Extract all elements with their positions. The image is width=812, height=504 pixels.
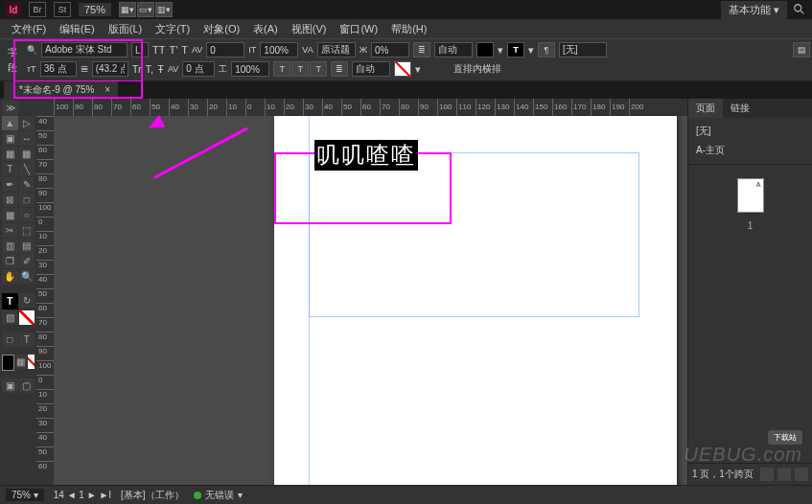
pages-master-item[interactable]: A-主页 xyxy=(692,141,808,160)
normal-view-icon[interactable]: ▣ xyxy=(2,378,18,393)
subscript-icon[interactable]: T, xyxy=(146,63,154,75)
new-page-icon[interactable] xyxy=(777,468,791,481)
preview-view-icon[interactable]: ▢ xyxy=(19,378,35,393)
apply-none-icon[interactable] xyxy=(28,355,35,369)
ellipse-tool[interactable]: ○ xyxy=(19,208,35,222)
gap-tool[interactable]: ↔ xyxy=(19,131,35,146)
menu-help[interactable]: 帮助(H) xyxy=(385,20,432,38)
text-frame-content[interactable]: 叽叽喳喳 xyxy=(314,140,418,171)
hscale-input[interactable] xyxy=(231,61,269,77)
vertical-ruler[interactable]: 4050607080901000102030405060708090100010… xyxy=(36,116,54,485)
opacity-input[interactable] xyxy=(371,42,409,57)
kerning-input[interactable] xyxy=(206,42,244,57)
swap-fill-stroke-icon[interactable]: ↻ xyxy=(19,293,35,308)
default-fill-stroke-icon[interactable]: ▨ xyxy=(2,310,18,325)
collapse-icon[interactable]: ≫ xyxy=(2,101,18,115)
menu-edit[interactable]: 编辑(E) xyxy=(54,20,101,38)
bold-icon[interactable]: T xyxy=(507,42,524,57)
tate-chu-yoko-label[interactable]: 直排内横排 xyxy=(453,62,501,76)
pen-tool[interactable]: ✒ xyxy=(2,177,18,192)
page-tool[interactable]: ▣ xyxy=(2,131,18,146)
align-icon-2[interactable]: ≣ xyxy=(331,61,348,77)
screen-mode-icon[interactable]: ▭▾ xyxy=(137,2,154,17)
menu-type[interactable]: 文字(T) xyxy=(150,20,196,38)
scissors-tool[interactable]: ✂ xyxy=(2,223,18,238)
apply-text-icon[interactable]: T xyxy=(19,332,35,347)
font-size-input[interactable] xyxy=(40,61,77,77)
workspace-switcher[interactable]: 基本功能 ▾ xyxy=(721,1,787,19)
tracking-input[interactable] xyxy=(182,61,215,77)
canvas[interactable]: 叽叽喳喳 xyxy=(54,116,687,485)
arrange-icon[interactable]: ▥▾ xyxy=(155,2,173,17)
panel-menu-icon[interactable]: ▤ xyxy=(793,42,810,57)
t-btn-2[interactable]: T xyxy=(291,61,309,77)
vscale-input[interactable] xyxy=(260,42,298,57)
para-style-input[interactable] xyxy=(559,42,607,57)
zoom-select[interactable]: 75% xyxy=(79,3,111,16)
align-icon[interactable]: ≣ xyxy=(413,42,430,57)
menu-view[interactable]: 视图(V) xyxy=(286,20,333,38)
table-cells-tool[interactable]: ▦ xyxy=(2,208,18,222)
preflight-profile[interactable]: [基本]（工作） xyxy=(121,489,184,502)
apply-color-icon[interactable]: □ xyxy=(2,332,18,347)
font-family-input[interactable] xyxy=(41,42,128,57)
pencil-tool[interactable]: ✎ xyxy=(19,177,35,192)
note-tool[interactable]: ❐ xyxy=(2,254,18,268)
apply-black-icon[interactable] xyxy=(2,355,14,371)
format-container-icon[interactable] xyxy=(19,310,35,325)
edit-page-size-icon[interactable] xyxy=(760,468,774,481)
stroke-swatch[interactable] xyxy=(394,61,411,77)
view-options-icon[interactable]: ▦▾ xyxy=(119,2,136,17)
gradient-feather-tool[interactable]: ▤ xyxy=(19,239,35,253)
menu-object[interactable]: 对象(O) xyxy=(197,20,245,38)
apply-gradient-icon[interactable]: ▦ xyxy=(15,355,27,369)
menu-table[interactable]: 表(A) xyxy=(247,20,284,38)
paragraph-style-icon[interactable]: ¶ xyxy=(538,42,555,57)
document-tab[interactable]: *未命名-9 @ 75% × xyxy=(4,81,118,99)
content-collector-tool[interactable]: ▦ xyxy=(2,147,18,161)
horizontal-ruler[interactable]: 1009080706050403020100102030405060708090… xyxy=(54,99,687,116)
small-caps-icon[interactable]: Tr xyxy=(132,63,142,75)
hand-tool[interactable]: ✋ xyxy=(2,269,18,284)
type-tool[interactable]: T xyxy=(2,162,18,176)
strikethrough-icon[interactable]: Ŧ xyxy=(157,63,164,75)
preflight-status-text[interactable]: 无错误 xyxy=(205,489,234,502)
underline-icon[interactable]: T xyxy=(181,44,188,56)
delete-page-icon[interactable] xyxy=(795,468,808,481)
direct-selection-tool[interactable]: ▷ xyxy=(19,116,35,130)
search-icon[interactable] xyxy=(793,3,806,16)
bridge-icon[interactable]: Br xyxy=(29,2,46,17)
tab-pages[interactable]: 页面 xyxy=(688,99,723,118)
menu-window[interactable]: 窗口(W) xyxy=(334,20,383,38)
fill-format-type-text[interactable]: T xyxy=(2,293,18,309)
character-mode-button[interactable]: 字 xyxy=(8,46,17,59)
fill-swatch[interactable] xyxy=(476,42,494,57)
t-btn-1[interactable]: T xyxy=(273,61,290,77)
superscript-icon[interactable]: T' xyxy=(169,44,177,56)
paragraph-mode-button[interactable]: 段 xyxy=(8,61,17,75)
baseline-input[interactable] xyxy=(317,42,356,57)
gradient-swatch-tool[interactable]: ▥ xyxy=(2,239,18,253)
all-caps-icon[interactable]: TT xyxy=(152,44,165,56)
content-placer-tool[interactable]: ▦ xyxy=(19,147,35,161)
pages-none-item[interactable]: [无] xyxy=(692,122,808,141)
free-transform-tool[interactable]: ⬚ xyxy=(19,223,35,238)
lang-input-2[interactable] xyxy=(352,61,390,77)
stock-icon[interactable]: St xyxy=(54,2,71,17)
lang-input-1[interactable] xyxy=(434,42,473,57)
page-navigator[interactable]: 14 ◄ 1 ► ►I xyxy=(54,490,111,500)
rectangle-frame-tool[interactable]: ⊠ xyxy=(2,193,18,207)
page-thumbnail[interactable] xyxy=(737,178,764,213)
menu-file[interactable]: 文件(F) xyxy=(6,20,52,38)
zoom-tool[interactable]: 🔍 xyxy=(19,269,35,284)
eyedropper-tool[interactable]: ✐ xyxy=(19,254,35,268)
page[interactable]: 叽叽喳喳 xyxy=(274,116,677,485)
t-btn-3[interactable]: T xyxy=(310,61,327,77)
status-zoom[interactable]: 75% ▾ xyxy=(6,489,44,501)
line-tool[interactable]: ╲ xyxy=(19,162,35,176)
selection-tool[interactable]: ▲ xyxy=(2,116,18,130)
menu-layout[interactable]: 版面(L) xyxy=(103,20,148,38)
font-style-input[interactable] xyxy=(131,42,149,57)
tab-links[interactable]: 链接 xyxy=(723,99,757,118)
rectangle-tool[interactable]: □ xyxy=(19,193,35,207)
